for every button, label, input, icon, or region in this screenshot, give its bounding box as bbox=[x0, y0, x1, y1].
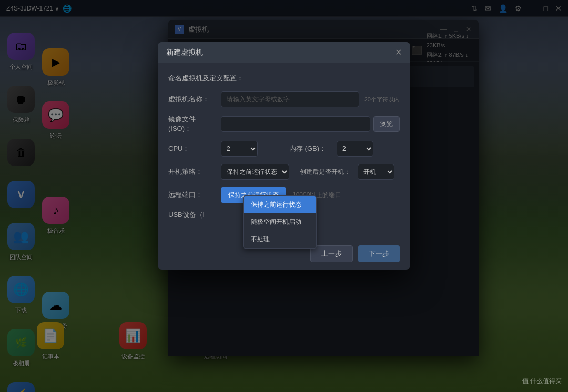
memory-row: 内存 (GB)： 2 1 4 8 bbox=[289, 141, 400, 157]
modal-title: 新建虚拟机 bbox=[166, 48, 395, 57]
modal-overlay[interactable]: 新建虚拟机 ✕ 命名虚拟机及定义配置： 虚拟机名称： 20个字符以内 镜像文件(… bbox=[0, 0, 568, 392]
vm-name-row: 虚拟机名称： 20个字符以内 bbox=[168, 91, 400, 107]
dropdown-item-keep[interactable]: 保持之前运行状态 bbox=[244, 196, 316, 213]
vm-name-label: 虚拟机名称： bbox=[168, 95, 216, 104]
autostart-row: 创建后是否开机： 开机 不开机 bbox=[300, 164, 400, 180]
usb-label: USB设备（i bbox=[168, 210, 216, 220]
iso-input-group: 浏览 bbox=[221, 116, 400, 132]
cpu-row: CPU： 2 1 4 8 bbox=[168, 141, 279, 157]
boot-autostart-row: 开机策略： 保持之前运行状态 随极空间开机启动 不处理 创建后是否开机： 开机 … bbox=[168, 164, 400, 180]
next-button[interactable]: 下一步 bbox=[358, 245, 400, 262]
vm-name-input[interactable] bbox=[221, 91, 359, 107]
watermark-text: 值 什么值得买 bbox=[522, 377, 562, 385]
new-vm-dialog: 新建虚拟机 ✕ 命名虚拟机及定义配置： 虚拟机名称： 20个字符以内 镜像文件(… bbox=[158, 42, 410, 270]
iso-path-input[interactable] bbox=[221, 116, 370, 132]
autostart-select[interactable]: 开机 不开机 bbox=[358, 164, 394, 180]
memory-form-label: 内存 (GB)： bbox=[289, 144, 331, 153]
dropdown-item-auto[interactable]: 随极空间开机启动 bbox=[244, 213, 316, 231]
remote-port-label: 远程端口： bbox=[168, 190, 216, 200]
boot-strategy-dropdown: 保持之前运行状态 随极空间开机启动 不处理 bbox=[243, 195, 317, 249]
vm-name-hint: 20个字符以内 bbox=[364, 96, 400, 104]
modal-header: 新建虚拟机 ✕ bbox=[158, 42, 410, 63]
boot-strategy-label: 开机策略： bbox=[168, 167, 216, 177]
boot-strategy-select[interactable]: 保持之前运行状态 随极空间开机启动 不处理 bbox=[221, 164, 289, 180]
watermark: 值 什么值得买 bbox=[522, 377, 562, 386]
iso-row: 镜像文件(ISO)： 浏览 bbox=[168, 115, 400, 133]
cpu-select[interactable]: 2 1 4 8 bbox=[221, 141, 258, 157]
cpu-form-label: CPU： bbox=[168, 144, 216, 153]
modal-section-title: 命名虚拟机及定义配置： bbox=[168, 74, 400, 83]
dropdown-item-none[interactable]: 不处理 bbox=[244, 231, 316, 248]
prev-button[interactable]: 上一步 bbox=[310, 245, 353, 262]
memory-select[interactable]: 2 1 4 8 bbox=[337, 141, 373, 157]
cpu-memory-row: CPU： 2 1 4 8 内存 (GB)： 2 1 4 8 bbox=[168, 141, 400, 157]
browse-button[interactable]: 浏览 bbox=[373, 116, 400, 132]
autostart-label: 创建后是否开机： bbox=[300, 168, 352, 177]
modal-close-button[interactable]: ✕ bbox=[395, 47, 402, 57]
iso-label: 镜像文件(ISO)： bbox=[168, 115, 216, 133]
boot-strategy-row: 开机策略： 保持之前运行状态 随极空间开机启动 不处理 bbox=[168, 164, 289, 180]
